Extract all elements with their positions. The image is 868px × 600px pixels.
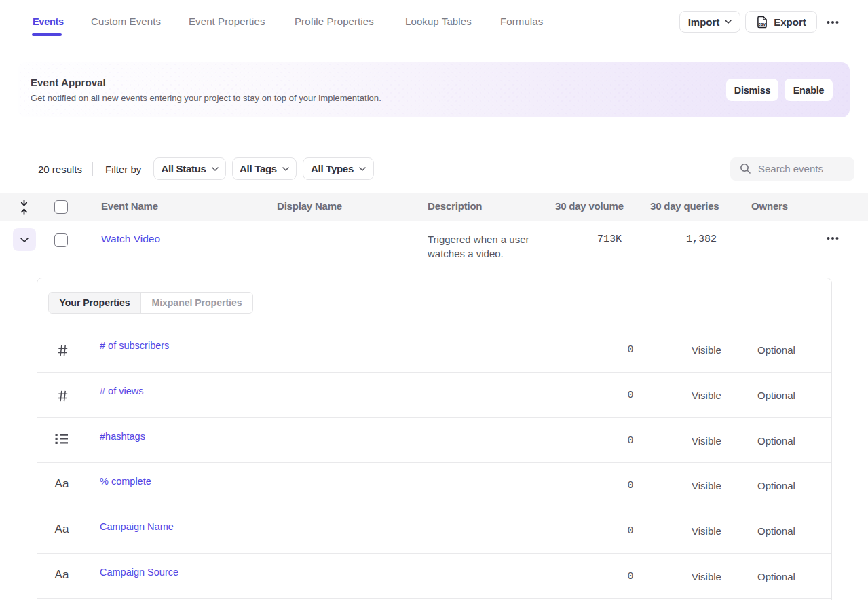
svg-text:csv: csv bbox=[759, 21, 766, 26]
